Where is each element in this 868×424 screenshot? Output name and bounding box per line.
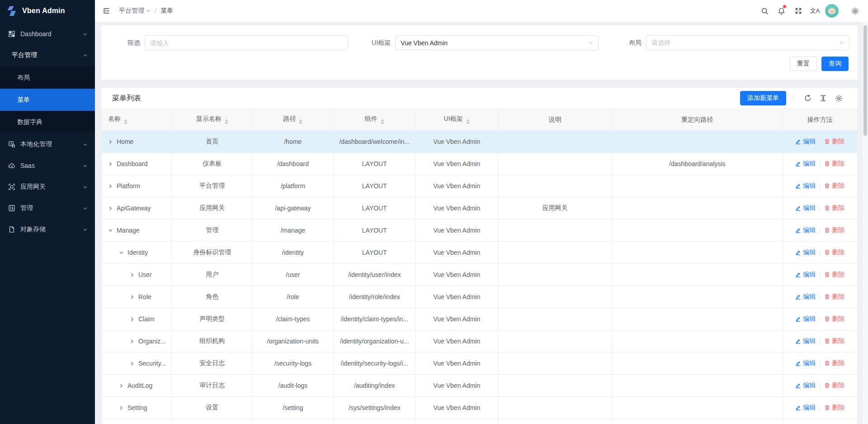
avatar[interactable] (825, 4, 839, 18)
sidebar-subitem-dictionary[interactable]: 数据字典 (0, 111, 95, 133)
delete-label: 删除 (832, 337, 844, 345)
column-header-name[interactable]: 名称 (102, 109, 172, 131)
sidebar-item-manage[interactable]: 管理 (0, 198, 95, 218)
breadcrumb-item-platform[interactable]: 平台管理 (119, 7, 151, 15)
delete-button[interactable]: 删除 (824, 381, 844, 390)
sidebar-subitem-layout[interactable]: 布局 (0, 67, 95, 89)
notification-bell-icon[interactable] (773, 3, 790, 19)
table-row-organiz[interactable]: Organiz...组织机构/organization-units/identi… (102, 330, 858, 353)
table-row-apigateway[interactable]: ApiGateway应用网关/api-gatewayLAYOUTVue Vben… (102, 197, 858, 219)
column-label: UI框架 (444, 115, 463, 122)
sidebar-item-storage[interactable]: 对象存储 (0, 219, 95, 239)
keyword-input-field[interactable] (150, 39, 343, 47)
column-header-framework[interactable]: UI框架 (415, 109, 498, 131)
table-row-user[interactable]: User用户/user/identity/user/indexVue Vben … (102, 264, 858, 286)
table-row-claim[interactable]: Claim声明类型/claim-types/identity/claim-typ… (102, 308, 858, 330)
sidebar-item-platform[interactable]: 平台管理 (0, 45, 95, 65)
expand-arrow-icon[interactable] (119, 383, 124, 388)
column-header-path[interactable]: 路径 (253, 109, 334, 131)
ui-framework-select[interactable]: Vue Vben Admin (395, 35, 599, 50)
sort-icon[interactable] (381, 119, 384, 124)
expand-arrow-icon[interactable] (130, 339, 135, 344)
add-menu-button[interactable]: 添加新菜单 (740, 91, 786, 105)
sidebar-subitem-menu[interactable]: 菜单 (0, 89, 95, 111)
collapse-arrow-icon[interactable] (119, 250, 124, 255)
table-row-home[interactable]: Home首页/home/dashboard/welcome/in...Vue V… (102, 131, 858, 153)
delete-button[interactable]: 删除 (824, 138, 844, 146)
delete-button[interactable]: 删除 (824, 182, 844, 190)
sort-icon[interactable] (466, 119, 470, 124)
fullscreen-icon[interactable] (790, 3, 807, 19)
settings-icon[interactable] (847, 3, 863, 19)
cell-operations: 编辑删除 (783, 131, 857, 153)
expand-arrow-icon[interactable] (108, 184, 113, 189)
table-row-role[interactable]: Role角色/role/identity/role/indexVue Vben … (102, 286, 858, 308)
delete-button[interactable]: 删除 (824, 204, 844, 212)
column-header-display_name[interactable]: 显示名称 (172, 109, 253, 131)
table-row-identity[interactable]: Identity身份标识管理/identityLAYOUTVue Vben Ad… (102, 242, 858, 264)
edit-button[interactable]: 编辑 (795, 315, 816, 323)
edit-button[interactable]: 编辑 (795, 404, 816, 412)
query-button[interactable]: 查询 (821, 57, 849, 71)
scrollbar-thumb[interactable] (863, 25, 867, 136)
delete-button[interactable]: 删除 (824, 248, 844, 257)
expand-arrow-icon[interactable] (108, 162, 113, 167)
sidebar-item-localization[interactable]: A本地化管理 (0, 134, 95, 154)
sidebar-item-saas[interactable]: Saas (0, 156, 95, 176)
content: 筛选UI框架Vue Vben Admin布局请选择 重置 查询 菜单列表 添加新… (95, 22, 868, 424)
delete-button[interactable]: 删除 (824, 271, 844, 279)
sidebar-item-dashboard[interactable]: Dashboard (0, 24, 95, 44)
delete-button[interactable]: 删除 (824, 293, 844, 301)
column-header-component[interactable]: 组件 (333, 109, 415, 131)
delete-button[interactable]: 删除 (824, 337, 844, 345)
sidebar-item-gateway[interactable]: 应用网关 (0, 177, 95, 197)
expand-arrow-icon[interactable] (130, 317, 135, 322)
cell-operations: 编辑删除 (783, 397, 857, 419)
layout-select[interactable]: 请选择 (646, 35, 849, 50)
vertical-scrollbar[interactable] (863, 22, 868, 424)
delete-button[interactable]: 删除 (824, 359, 844, 367)
expand-arrow-icon[interactable] (130, 295, 135, 300)
cell-description (498, 153, 612, 175)
delete-button[interactable]: 删除 (824, 315, 844, 323)
edit-button[interactable]: 编辑 (795, 160, 816, 168)
edit-button[interactable]: 编辑 (795, 182, 816, 190)
sort-icon[interactable] (124, 119, 127, 124)
delete-button[interactable]: 删除 (824, 404, 844, 412)
edit-button[interactable]: 编辑 (795, 226, 816, 234)
sort-icon[interactable] (299, 119, 302, 124)
edit-button[interactable]: 编辑 (795, 248, 816, 257)
edit-button[interactable]: 编辑 (795, 337, 816, 345)
cell-name: Security... (102, 353, 172, 375)
reset-button[interactable]: 重置 (790, 57, 817, 71)
edit-button[interactable]: 编辑 (795, 359, 816, 367)
edit-button[interactable]: 编辑 (795, 204, 816, 212)
edit-button[interactable]: 编辑 (795, 381, 816, 390)
expand-arrow-icon[interactable] (108, 206, 113, 211)
table-row-platform[interactable]: Platform平台管理/platformLAYOUTVue Vben Admi… (102, 175, 858, 197)
table-settings-icon[interactable] (831, 95, 847, 102)
expand-arrow-icon[interactable] (130, 272, 135, 277)
table-row-setting[interactable]: Setting设置/setting/sys/settings/indexVue … (102, 397, 858, 419)
menu-fold-icon[interactable] (102, 7, 110, 15)
delete-button[interactable]: 删除 (824, 160, 844, 168)
expand-arrow-icon[interactable] (130, 361, 135, 366)
collapse-arrow-icon[interactable] (108, 228, 113, 233)
edit-button[interactable]: 编辑 (795, 271, 816, 279)
row-height-icon[interactable] (816, 95, 831, 102)
logo[interactable]: Vben Admin (0, 0, 95, 22)
table-row-auditlog[interactable]: AuditLog审计日志/audit-logs/auditing/indexVu… (102, 375, 858, 397)
edit-button[interactable]: 编辑 (795, 293, 816, 301)
delete-button[interactable]: 删除 (824, 226, 844, 234)
keyword-input[interactable] (145, 35, 348, 50)
table-row-manage[interactable]: Manage管理/manageLAYOUTVue Vben Admin编辑删除 (102, 219, 858, 242)
expand-arrow-icon[interactable] (108, 139, 113, 144)
expand-arrow-icon[interactable] (119, 405, 124, 410)
table-row-security[interactable]: Security...安全日志/security-logs/identity/s… (102, 353, 858, 375)
refresh-icon[interactable] (800, 95, 816, 102)
sort-icon[interactable] (225, 119, 228, 124)
table-row-dashboard[interactable]: Dashboard仪表板/dashboardLAYOUTVue Vben Adm… (102, 153, 858, 175)
search-icon[interactable] (756, 3, 773, 19)
translate-icon[interactable]: 文A (807, 3, 823, 19)
edit-button[interactable]: 编辑 (795, 138, 816, 146)
